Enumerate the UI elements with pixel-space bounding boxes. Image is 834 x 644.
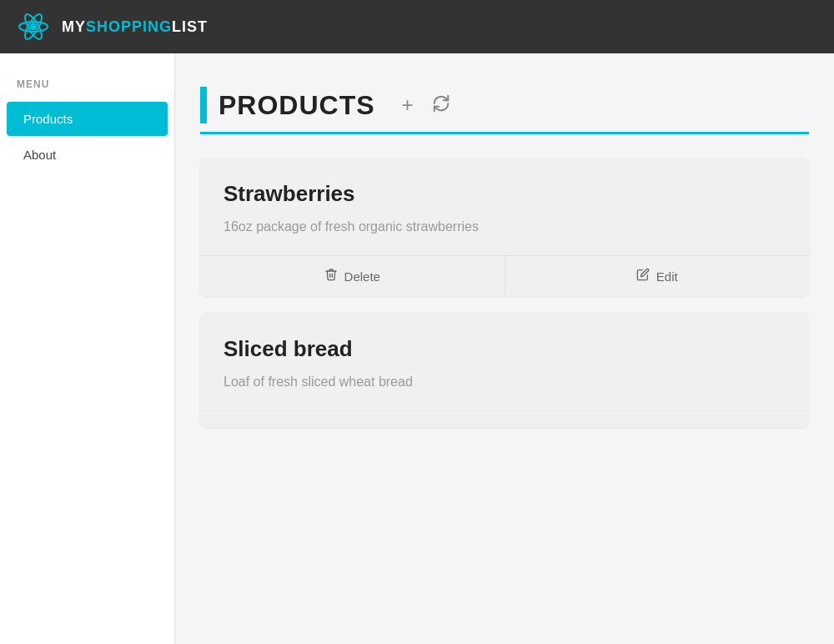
content-area: PRODUCTS +	[175, 53, 834, 644]
sidebar-item-products[interactable]: Products	[7, 102, 168, 136]
sidebar: MENU Products About	[0, 53, 175, 644]
app-title: MYSHOPPINGLIST	[62, 18, 208, 36]
refresh-button[interactable]	[429, 91, 454, 120]
add-product-button[interactable]: +	[399, 90, 417, 120]
sidebar-item-about[interactable]: About	[7, 138, 168, 172]
header-actions: +	[399, 90, 454, 120]
edit-button[interactable]: Edit	[505, 256, 810, 296]
product-card-body: Strawberries 16oz package of fresh organ…	[200, 158, 809, 255]
refresh-icon	[432, 94, 450, 117]
title-accent-bar	[200, 87, 207, 123]
product-name: Sliced bread	[224, 336, 786, 362]
title-highlight: SHOPPING	[86, 18, 172, 35]
title-prefix: MY	[62, 18, 86, 35]
product-description: Loaf of fresh sliced wheat bread	[224, 372, 786, 392]
product-card: Strawberries 16oz package of fresh organ…	[200, 158, 809, 296]
product-name: Strawberries	[224, 181, 786, 207]
page-title: PRODUCTS	[219, 90, 375, 121]
delete-label: Delete	[344, 269, 380, 284]
delete-button[interactable]: Delete	[200, 256, 505, 296]
menu-label: MENU	[0, 78, 174, 100]
plus-icon: +	[402, 93, 414, 117]
edit-label: Edit	[656, 269, 678, 284]
product-card: Sliced bread Loaf of fresh sliced wheat …	[200, 313, 809, 427]
page-title-bar: PRODUCTS	[200, 87, 375, 123]
page-header: PRODUCTS +	[200, 87, 809, 134]
product-description: 16oz package of fresh organic strawberri…	[224, 217, 786, 237]
svg-point-0	[31, 24, 37, 30]
navbar: MYSHOPPINGLIST	[0, 0, 834, 53]
product-card-actions: Delete Edit	[200, 255, 809, 296]
react-logo-icon	[17, 10, 50, 43]
edit-icon	[636, 268, 650, 284]
main-layout: MENU Products About PRODUCTS +	[0, 53, 834, 644]
title-suffix: LIST	[172, 18, 208, 35]
product-card-body: Sliced bread Loaf of fresh sliced wheat …	[200, 313, 809, 410]
product-card-actions	[200, 410, 809, 427]
trash-icon	[324, 268, 338, 284]
